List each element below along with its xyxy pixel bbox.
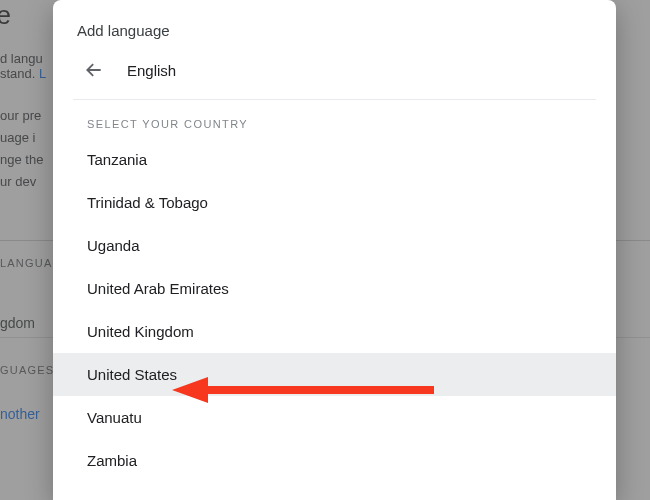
country-item[interactable]: Trinidad & Tobago xyxy=(53,181,616,224)
country-item[interactable]: United States xyxy=(53,353,616,396)
country-item[interactable]: Zambia xyxy=(53,439,616,482)
selected-language-row[interactable]: English xyxy=(73,47,596,100)
country-item[interactable]: United Kingdom xyxy=(53,310,616,353)
country-item[interactable]: Uganda xyxy=(53,224,616,267)
selected-language-label: English xyxy=(127,62,176,79)
back-arrow-icon[interactable] xyxy=(83,59,105,81)
add-language-dialog: Add language English SELECT YOUR COUNTRY… xyxy=(53,0,616,500)
country-list: TanzaniaTrinidad & TobagoUgandaUnited Ar… xyxy=(53,138,616,500)
country-item[interactable]: United Arab Emirates xyxy=(53,267,616,310)
dialog-title: Add language xyxy=(53,0,616,47)
country-item[interactable]: Vanuatu xyxy=(53,396,616,439)
country-section-label: SELECT YOUR COUNTRY xyxy=(53,100,616,138)
country-item[interactable]: Tanzania xyxy=(53,138,616,181)
